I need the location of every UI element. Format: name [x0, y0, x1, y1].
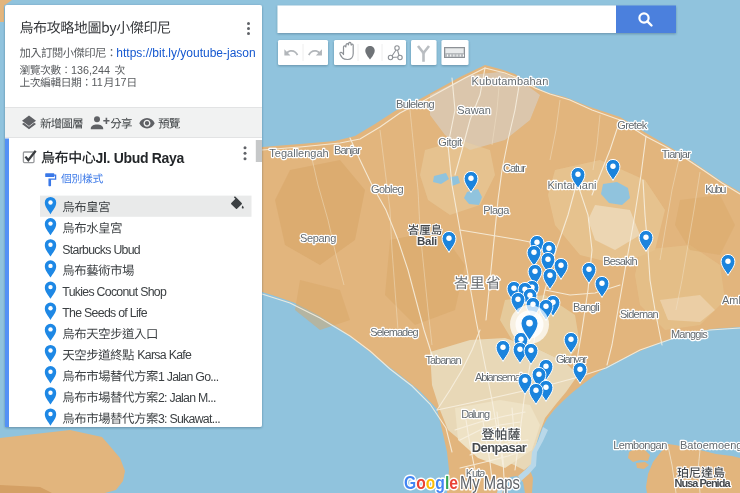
svg-text:3: Sukawat...: 3: Sukawat...: [158, 412, 220, 426]
svg-text:Buleleng: Buleleng: [396, 98, 434, 110]
svg-text:Batoemoengg: Batoemoengg: [680, 439, 740, 451]
svg-text:Plaga: Plaga: [483, 204, 510, 216]
svg-text:11: 11: [92, 76, 103, 88]
svg-text:Bali: Bali: [417, 235, 437, 247]
svg-text:Besakih: Besakih: [603, 255, 637, 267]
svg-text:Google: Google: [404, 472, 458, 493]
svg-text:Tianjar: Tianjar: [662, 148, 691, 160]
svg-text:Gretek: Gretek: [617, 119, 648, 131]
svg-text:Tegallengah: Tegallengah: [269, 147, 328, 159]
svg-text:Jl. Ubud Raya: Jl. Ubud Raya: [95, 150, 184, 166]
svg-text:Bangli: Bangli: [573, 301, 599, 313]
svg-text:Sawan: Sawan: [457, 104, 491, 116]
svg-text:Gobleg: Gobleg: [371, 183, 403, 195]
svg-text:Kubutambahan: Kubutambahan: [471, 75, 548, 87]
svg-text:Nusa Penida: Nusa Penida: [674, 477, 731, 489]
svg-text:2: Jalan M...: 2: Jalan M...: [158, 391, 216, 405]
svg-text:Denpasar: Denpasar: [472, 440, 527, 455]
svg-text:Abiansemal: Abiansemal: [475, 371, 522, 383]
svg-text:17: 17: [114, 76, 126, 88]
svg-text:Lembongan: Lembongan: [613, 439, 667, 451]
svg-text:136,244: 136,244: [71, 64, 110, 76]
svg-text:My Maps: My Maps: [460, 472, 520, 493]
svg-text:Kubu: Kubu: [705, 183, 726, 195]
svg-text:Sepang: Sepang: [300, 232, 336, 244]
svg-text:Manggis: Manggis: [671, 328, 708, 340]
svg-text:Selemadeg: Selemadeg: [370, 326, 418, 338]
svg-text:Tabanan: Tabanan: [425, 354, 461, 366]
svg-text:Karsa Kafe: Karsa Kafe: [137, 348, 192, 362]
svg-text:Catur: Catur: [503, 162, 526, 174]
svg-text:Banjar: Banjar: [334, 144, 361, 156]
svg-text:Tukies Coconut Shop: Tukies Coconut Shop: [62, 285, 167, 299]
svg-text:Gitgit: Gitgit: [438, 136, 462, 148]
svg-text:https://bit.ly/youtube-jason: https://bit.ly/youtube-jason: [116, 46, 255, 60]
svg-text:Starbucks Ubud: Starbucks Ubud: [62, 243, 141, 257]
svg-text:Dalung: Dalung: [461, 408, 490, 420]
svg-text:Sideman: Sideman: [620, 308, 658, 320]
svg-text:Amlap: Amlap: [722, 294, 740, 306]
svg-text:Kintamani: Kintamani: [548, 179, 597, 191]
svg-text:The Seeds of Life: The Seeds of Life: [62, 306, 147, 320]
svg-text:1 Jalan Go...: 1 Jalan Go...: [158, 370, 219, 384]
